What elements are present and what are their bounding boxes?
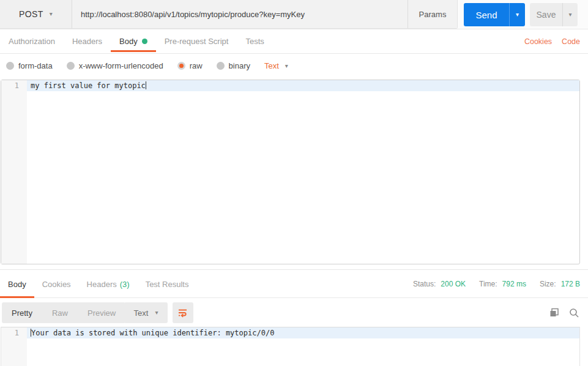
tab-pre-request-script[interactable]: Pre-request Script <box>156 29 237 53</box>
line-number-gutter: 1 <box>1 327 27 366</box>
line-number: 1 <box>1 327 27 338</box>
request-url-bar: POST ▾ Params Send ▾ Save ▾ <box>0 0 588 29</box>
radio-selected-icon <box>177 62 185 70</box>
response-tab-cookies[interactable]: Cookies <box>34 270 79 298</box>
view-pretty-button[interactable]: Pretty <box>2 302 42 323</box>
radio-label: raw <box>190 61 203 70</box>
tab-authorization[interactable]: Authorization <box>0 29 64 53</box>
response-view-switcher: Pretty Raw Preview <box>2 302 125 323</box>
tab-body[interactable]: Body <box>111 29 156 53</box>
headers-count-badge: (3) <box>120 280 130 289</box>
wrap-text-button[interactable] <box>173 302 193 323</box>
tab-label: Body <box>119 37 138 46</box>
body-type-selector: form-data x-www-form-urlencoded raw bina… <box>0 54 588 77</box>
save-button-label[interactable]: Save <box>530 3 562 26</box>
time-value: 792 ms <box>502 280 526 288</box>
chevron-down-icon: ▾ <box>50 11 53 17</box>
chevron-down-icon: ▾ <box>155 310 158 316</box>
code-link[interactable]: Code <box>562 37 580 46</box>
view-preview-button[interactable]: Preview <box>78 302 125 323</box>
response-tabs: Body Cookies Headers (3) Test Results <box>0 270 196 298</box>
response-tab-test-results[interactable]: Test Results <box>138 270 197 298</box>
search-response-button[interactable] <box>568 307 580 319</box>
size-value: 172 B <box>561 280 580 288</box>
chevron-down-icon: ▾ <box>568 12 571 18</box>
size-label: Size: <box>540 280 556 288</box>
postman-window: POST ▾ Params Send ▾ Save ▾ Authorizatio… <box>0 0 588 366</box>
radio-label: x-www-form-urlencoded <box>79 61 163 70</box>
radio-x-www-form-urlencoded[interactable]: x-www-form-urlencoded <box>67 61 163 70</box>
response-format-label: Text <box>134 308 149 318</box>
time-label: Time: <box>479 280 497 288</box>
raw-format-label: Text <box>264 61 279 70</box>
text-cursor <box>146 81 146 89</box>
tab-links: Cookies Code <box>524 29 580 54</box>
tab-headers[interactable]: Headers <box>64 29 111 53</box>
response-meta-bar: Body Cookies Headers (3) Test Results St… <box>0 270 588 298</box>
request-body-text: my first value for mytopic <box>31 81 146 90</box>
request-body-line[interactable]: my first value for mytopic <box>27 80 579 91</box>
copy-response-button[interactable] <box>548 307 560 319</box>
send-button[interactable]: Send ▾ <box>464 3 525 26</box>
url-group: POST ▾ Params <box>0 0 458 29</box>
radio-form-data[interactable]: form-data <box>6 61 53 70</box>
tab-label: Test Results <box>146 280 189 289</box>
cookies-link[interactable]: Cookies <box>524 37 552 46</box>
response-toolbar: Pretty Raw Preview Text ▾ <box>2 302 586 323</box>
params-button[interactable]: Params <box>408 0 457 28</box>
response-format-dropdown[interactable]: Text ▾ <box>124 302 168 323</box>
request-body-editor[interactable]: 1 my first value for mytopic <box>1 80 580 264</box>
tab-label: Cookies <box>42 280 71 289</box>
radio-label: binary <box>229 61 250 70</box>
line-number-gutter: 1 <box>1 80 27 264</box>
radio-icon <box>217 62 225 70</box>
raw-format-dropdown[interactable]: Text ▾ <box>264 61 288 70</box>
view-raw-button[interactable]: Raw <box>42 302 78 323</box>
tab-label: Authorization <box>9 37 55 46</box>
chevron-down-icon: ▾ <box>516 12 519 18</box>
tab-label: Pre-request Script <box>165 37 229 46</box>
url-input[interactable] <box>72 0 408 28</box>
response-tab-headers[interactable]: Headers (3) <box>79 270 138 298</box>
copy-icon <box>549 307 560 318</box>
response-tab-body[interactable]: Body <box>0 270 34 298</box>
radio-icon <box>6 62 14 70</box>
response-body-line[interactable]: Your data is stored with unique identifi… <box>27 327 579 338</box>
http-method-dropdown[interactable]: POST ▾ <box>0 0 72 28</box>
wrap-text-icon <box>178 308 188 318</box>
response-action-icons <box>548 302 580 323</box>
chevron-down-icon: ▾ <box>285 63 288 69</box>
tab-label: Tests <box>245 37 264 46</box>
radio-binary[interactable]: binary <box>217 61 250 70</box>
save-button[interactable]: Save ▾ <box>530 3 578 26</box>
status-value: 200 OK <box>441 280 466 288</box>
http-method-label: POST <box>19 9 43 19</box>
tab-tests[interactable]: Tests <box>237 29 272 53</box>
status-label: Status: <box>413 280 436 288</box>
response-body-editor[interactable]: 1 Your data is stored with unique identi… <box>1 327 580 366</box>
tab-label: Headers <box>72 37 102 46</box>
tab-label: Headers <box>87 280 117 289</box>
response-body-text: Your data is stored with unique identifi… <box>31 329 274 337</box>
save-options-dropdown[interactable]: ▾ <box>562 3 578 26</box>
radio-icon <box>67 62 75 70</box>
tab-label: Body <box>8 280 26 289</box>
body-has-content-dot-icon <box>142 39 147 44</box>
radio-raw[interactable]: raw <box>177 61 203 70</box>
request-tabs: Authorization Headers Body Pre-request S… <box>0 29 588 54</box>
search-icon <box>568 307 579 318</box>
line-number: 1 <box>1 80 27 91</box>
response-status-bar: Status: 200 OK Time: 792 ms Size: 172 B <box>413 270 580 298</box>
send-options-dropdown[interactable]: ▾ <box>509 3 525 26</box>
send-button-label[interactable]: Send <box>464 3 509 26</box>
radio-label: form-data <box>18 61 53 70</box>
